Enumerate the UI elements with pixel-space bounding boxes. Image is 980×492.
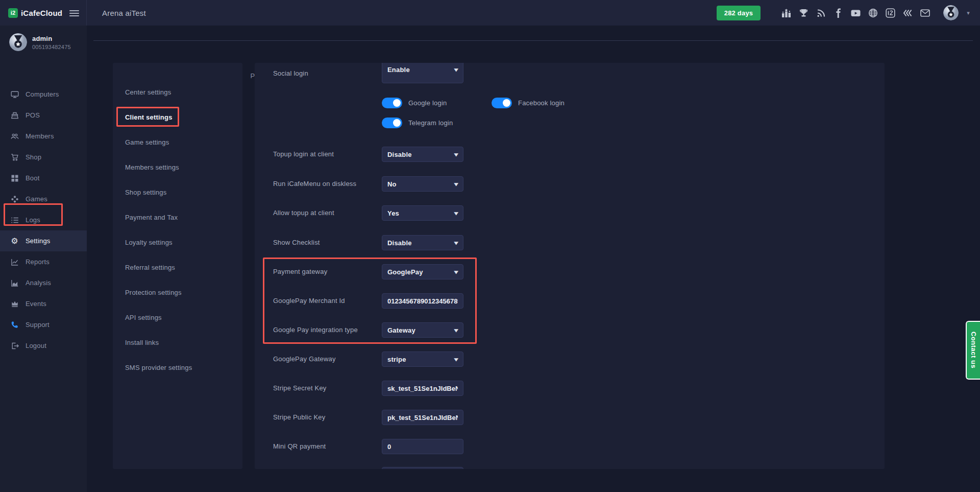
youtube-icon[interactable] <box>850 8 861 18</box>
menu-item-referral-settings[interactable]: Referral settings <box>113 255 242 280</box>
menu-item-members-settings[interactable]: Members settings <box>113 155 242 180</box>
tabs-top-divider <box>93 40 973 41</box>
stripe-secret-key-input[interactable] <box>382 381 463 396</box>
stripe-public-key-input[interactable] <box>382 410 463 425</box>
sidebar-item-boot[interactable]: Boot <box>0 168 87 189</box>
mini-qr-payment-input[interactable] <box>382 439 463 454</box>
sidebar-item-label: Support <box>26 321 50 329</box>
form-row-googlepay-merchant-id: GooglePay Merchant Id <box>255 293 885 309</box>
user-avatar[interactable] <box>943 5 959 20</box>
icafemenu-diskless-select[interactable]: No ▾ <box>382 176 463 192</box>
sidebar-item-members[interactable]: Members <box>0 126 87 147</box>
form-row-mini-qr-payment: Mini QR payment <box>255 439 885 454</box>
chevron-down-icon: ▾ <box>454 66 458 73</box>
facebook-icon[interactable] <box>833 8 843 18</box>
menu-item-center-settings[interactable]: Center settings <box>113 80 242 105</box>
menu-item-shop-settings[interactable]: Shop settings <box>113 180 242 205</box>
sidebar-user-block[interactable]: admin 005193482475 <box>0 26 87 51</box>
user-id: 005193482475 <box>32 44 71 50</box>
sidebar-item-games[interactable]: Games <box>0 189 87 209</box>
menu-item-sms-provider-settings[interactable]: SMS provider settings <box>113 355 242 380</box>
chevron-down-icon: ▾ <box>454 240 458 246</box>
sidebar-item-reports[interactable]: Reports <box>0 251 87 272</box>
menu-item-api-settings[interactable]: API settings <box>113 305 242 330</box>
sidebar-item-label: POS <box>26 111 40 119</box>
mail-icon[interactable] <box>920 8 930 18</box>
form-row-stripe-secret-key: Stripe Secret Key <box>255 381 885 396</box>
googlepay-gateway-select[interactable]: stripe ▾ <box>382 352 463 367</box>
topbar-right-cluster: 282 days <box>717 0 970 26</box>
googlepay-integration-type-select[interactable]: Gateway ▾ <box>382 322 463 338</box>
contact-us-tab[interactable]: Contact us <box>966 321 980 380</box>
members-icon <box>10 132 19 140</box>
show-checklist-select[interactable]: Disable ▾ <box>382 235 463 250</box>
sidebar-item-label: Boot <box>26 174 40 182</box>
icafecloud-mark-icon[interactable] <box>885 8 895 18</box>
allow-topup-select[interactable]: Yes ▾ <box>382 205 463 221</box>
platinum-medal-avatar <box>9 33 27 51</box>
select-value: Enable <box>387 66 455 74</box>
form-row-social-login: Social login Enable ▾ <box>255 63 885 83</box>
sidebar-item-label: Computers <box>26 90 59 98</box>
field-label: GooglePay Merchant Id <box>273 293 345 309</box>
field-label: Mini QR payment <box>273 439 326 454</box>
toggle-label: Google login <box>408 99 447 107</box>
reviews-icon[interactable] <box>902 8 913 18</box>
globe-icon[interactable] <box>868 8 878 18</box>
top-bar: i2 iCafeCloud Arena aiTest 282 days <box>0 0 980 26</box>
center-name: Arena aiTest <box>102 9 146 17</box>
sidebar-item-logs[interactable]: Logs <box>0 209 87 230</box>
field-label: Google Pay integration type <box>273 322 358 338</box>
account-chevron-down-icon[interactable]: ▾ <box>967 10 970 16</box>
sidebar-item-logout[interactable]: Logout <box>0 335 87 356</box>
trophy-icon[interactable] <box>798 8 808 18</box>
menu-item-loyalty-settings[interactable]: Loyalty settings <box>113 230 242 255</box>
menu-item-game-settings[interactable]: Game settings <box>113 130 242 155</box>
license-days-badge[interactable]: 282 days <box>717 6 761 20</box>
select-value: Yes <box>387 209 455 217</box>
field-label: Run iCafeMenu on diskless <box>273 176 356 192</box>
facebook-login-toggle[interactable] <box>492 98 512 108</box>
sidebar-item-events[interactable]: Events <box>0 293 87 314</box>
sidebar-item-label: Reports <box>26 258 50 266</box>
form-row-login-toggles-2: Telegram login <box>255 118 885 129</box>
icafecloud-logo-icon: i2 <box>8 8 18 18</box>
sidebar-item-shop[interactable]: Shop <box>0 147 87 168</box>
field-label: Show Checklist <box>273 235 320 250</box>
sidebar-item-label: Games <box>26 195 47 203</box>
rss-icon[interactable] <box>816 8 826 18</box>
phone-icon <box>10 320 19 329</box>
sidebar-item-pos[interactable]: POS <box>0 105 87 126</box>
sidebar-item-label: Events <box>26 300 46 308</box>
sidebar-item-label: Shop <box>26 153 41 161</box>
topup-login-select[interactable]: Disable ▾ <box>382 147 463 162</box>
social-login-select[interactable]: Enable ▾ <box>382 63 463 83</box>
chevron-down-icon: ▾ <box>454 327 458 334</box>
sidebar-item-settings[interactable]: ⚙ Settings <box>0 230 87 251</box>
field-label: Stripe Public Key <box>273 410 325 425</box>
sidebar-item-support[interactable]: Support <box>0 314 87 335</box>
sidebar-item-analysis[interactable]: Analysis <box>0 272 87 293</box>
user-meta: admin 005193482475 <box>32 35 71 50</box>
hamburger-menu-icon[interactable] <box>69 9 79 18</box>
sidebar-item-label: Members <box>26 132 54 140</box>
field-label: Social login <box>273 63 308 83</box>
menu-item-payment-and-tax[interactable]: Payment and Tax <box>113 205 242 230</box>
field-label: GooglePay Gateway <box>273 352 336 367</box>
clipped-next-field <box>382 467 463 469</box>
user-name: admin <box>32 35 71 42</box>
menu-item-protection-settings[interactable]: Protection settings <box>113 280 242 305</box>
googlepay-merchant-id-input[interactable] <box>382 293 463 309</box>
form-row-allow-topup: Allow topup at client Yes ▾ <box>255 205 885 221</box>
chevron-down-icon: ▾ <box>454 210 458 217</box>
client-settings-form: Social login Enable ▾ Google login Faceb… <box>255 63 885 469</box>
menu-item-install-links[interactable]: Install links <box>113 330 242 355</box>
menu-item-client-settings[interactable]: Client settings <box>113 105 242 130</box>
chevron-down-icon: ▾ <box>454 181 458 188</box>
payment-gateway-select[interactable]: GooglePay ▾ <box>382 264 463 279</box>
ranking-icon[interactable] <box>781 8 791 18</box>
chevron-down-icon: ▾ <box>454 356 458 363</box>
telegram-login-toggle[interactable] <box>382 118 402 128</box>
google-login-toggle[interactable] <box>382 98 402 108</box>
sidebar-item-computers[interactable]: Computers <box>0 84 87 105</box>
